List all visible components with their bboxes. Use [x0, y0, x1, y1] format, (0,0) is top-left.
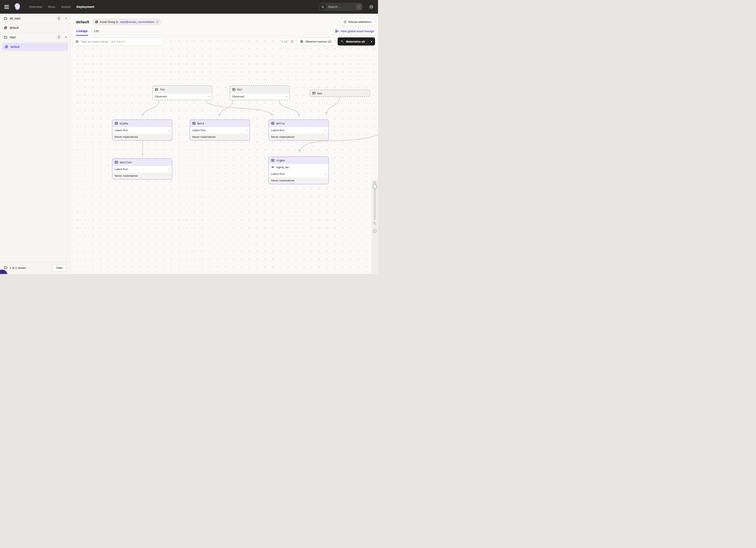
refresh-icon — [343, 20, 347, 24]
observe-sources-label: Observe sources (2) — [305, 40, 331, 43]
zoom-slider-handle[interactable] — [372, 184, 377, 189]
refresh-icon[interactable] — [290, 40, 294, 43]
asset-subset-input[interactable] — [81, 40, 161, 43]
materialize-all-label: Materialize all — [346, 40, 365, 43]
materialization-status: Never materialized — [115, 174, 138, 178]
source-asset-icon — [232, 88, 236, 91]
asset-node-beta[interactable]: beta Latest Run – Never materialized — [190, 120, 250, 141]
search-placeholder: Search... — [328, 5, 354, 9]
asset-node-sigma[interactable]: sigma sigma_tau Latest Run – Never mater… — [269, 157, 329, 184]
page-header: default Asset Group in repo@assets_recon… — [71, 14, 378, 26]
tab-list[interactable]: List — [94, 29, 99, 36]
hamburger-menu-icon[interactable] — [4, 5, 9, 9]
materialization-status: Never materialized — [115, 135, 138, 139]
edge-bar-delta — [279, 100, 299, 116]
latest-run-value: – — [325, 172, 326, 176]
asset-name: baz — [317, 92, 322, 95]
edge-foo-alpha — [143, 100, 159, 116]
nav-overview[interactable]: Overview — [29, 5, 42, 9]
graph-toolbar: 0:18 Observe sources (2) Materializ — [73, 37, 375, 46]
asset-subset-box — [73, 37, 164, 46]
latest-run-value: – — [246, 129, 247, 132]
refresh-icon[interactable] — [156, 21, 159, 24]
nav-deployment[interactable]: Deployment — [77, 5, 94, 9]
observed-value: – — [286, 95, 287, 98]
asset-check-label: sigma_tau — [276, 166, 289, 169]
nav-runs[interactable]: Runs — [48, 5, 55, 9]
zoom-controls — [372, 180, 378, 274]
sidebar-item-default-repo-selected[interactable]: default — [2, 43, 68, 51]
sidebar-selected-wrap: default — [0, 42, 70, 52]
materialize-dropdown-caret[interactable]: ▼ — [368, 37, 375, 46]
latest-run-value: – — [168, 129, 170, 132]
sidebar-item-label: alt_repo — [10, 17, 21, 20]
chevron-down-icon[interactable]: ▾ — [65, 36, 66, 38]
asset-group-chip: Asset Group in repo@assets_reconciliatio… — [92, 18, 162, 25]
repo-location-link[interactable]: repo@assets_reconciliation — [120, 20, 154, 24]
nav-assets[interactable]: Assets — [61, 5, 71, 9]
latest-run-label: Latest Run — [115, 168, 128, 171]
gear-icon[interactable] — [369, 4, 374, 9]
materialize-all-button-group: Materialize all ▼ — [338, 37, 375, 46]
sidebar-item-label: default — [10, 26, 19, 30]
main-content: default Asset Group in repo@assets_recon… — [71, 14, 378, 274]
lineage-graph-canvas[interactable]: 0:18 Observe sources (2) Materializ — [71, 36, 378, 274]
observe-eye-icon — [300, 40, 303, 43]
search-input[interactable]: Search... / — [319, 3, 363, 11]
sidebar-item-label: default — [10, 45, 19, 49]
latest-run-label: Latest Run — [192, 129, 206, 132]
reload-definitions-label: Reload definitions — [348, 20, 371, 24]
asset-name: delta — [276, 122, 285, 125]
view-tabs: Lineage List View global asset lineage — [71, 29, 378, 36]
lineage-graph-icon — [335, 30, 339, 33]
edge-foo-delta — [205, 100, 272, 116]
lineage-edges — [71, 36, 378, 273]
sidebar-item-repo[interactable]: repo 1 ▾ — [0, 33, 70, 42]
chevron-down-icon[interactable]: ▾ — [65, 17, 66, 19]
page-title: default — [76, 20, 89, 24]
folder-icon — [4, 266, 7, 270]
sidebar-item-label: repo — [10, 36, 16, 39]
sidebar-footer: 2 of 2 shown Filter — [0, 262, 70, 274]
zoom-out-icon[interactable] — [373, 222, 377, 226]
refresh-timer: 0:18 — [282, 40, 287, 43]
asset-node-alpha[interactable]: alpha Latest Run – Never materialized — [112, 120, 172, 141]
asset-node-delta[interactable]: delta Latest Run – Never materialized — [269, 120, 329, 141]
chip-prefix-text: Asset Group in — [100, 20, 118, 24]
observed-label: Observed — [232, 95, 244, 98]
primary-nav: Overview Runs Assets Deployment — [29, 5, 94, 9]
app-window: Overview Runs Assets Deployment Search..… — [0, 0, 378, 274]
asset-name: sigma — [276, 159, 285, 162]
edge-baz-delta — [326, 97, 340, 115]
search-shortcut-badge: / — [356, 4, 362, 10]
top-nav-bar: Overview Runs Assets Deployment Search..… — [0, 0, 378, 14]
filter-button[interactable]: Filter — [52, 265, 66, 272]
tab-lineage[interactable]: Lineage — [76, 29, 88, 36]
asset-node-epsilon[interactable]: epsilon Latest Run – Never materialized — [112, 158, 172, 180]
asset-name: foo — [160, 88, 165, 91]
latest-run-label: Latest Run — [271, 172, 285, 176]
asset-table-icon — [271, 122, 275, 125]
asset-group-icon — [5, 45, 8, 49]
asset-table-icon — [115, 161, 118, 164]
materialization-status: Never materialized — [192, 135, 215, 139]
observed-value: – — [208, 95, 210, 98]
view-global-asset-lineage-link[interactable]: View global asset lineage — [335, 30, 374, 35]
reload-definitions-button[interactable]: Reload definitions — [340, 18, 375, 26]
sidebar-item-default-altrepo[interactable]: default — [0, 23, 70, 33]
latest-run-value: – — [325, 129, 326, 132]
asset-check-row[interactable]: sigma_tau — [269, 164, 328, 171]
asset-node-baz[interactable]: baz — [310, 90, 370, 97]
asset-node-foo[interactable]: foo Observed – — [152, 86, 212, 100]
search-icon — [319, 4, 326, 10]
zoom-slider-track[interactable] — [374, 188, 376, 220]
materialize-all-button[interactable]: Materialize all — [338, 37, 368, 46]
sidebar-item-alt-repo[interactable]: alt_repo 1 ▾ — [0, 14, 70, 23]
asset-node-bar[interactable]: bar Observed – — [230, 86, 290, 100]
latest-run-label: Latest Run — [271, 129, 285, 132]
asset-table-icon — [192, 122, 196, 125]
asset-name: epsilon — [120, 161, 131, 164]
observe-sources-button[interactable]: Observe sources (2) — [297, 37, 335, 46]
download-image-icon[interactable] — [372, 229, 377, 234]
dagster-logo-icon[interactable] — [13, 2, 22, 11]
